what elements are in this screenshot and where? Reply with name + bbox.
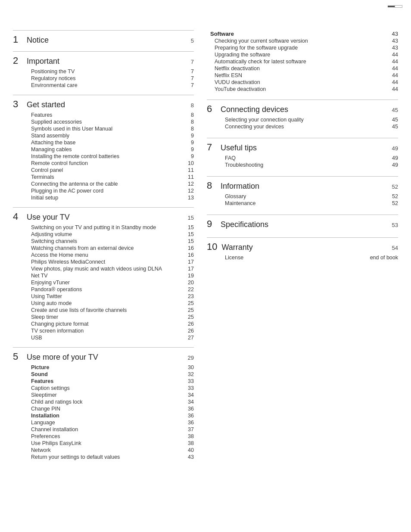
list-item: Automatically check for latest software4…	[215, 58, 398, 65]
sub-item-page: 7	[191, 75, 194, 81]
section-number: 9	[207, 218, 216, 230]
sub-item-page: 34	[188, 399, 194, 405]
right-software-section: Software43Checking your current software…	[207, 30, 398, 93]
list-item: Preparing for the software upgrade43	[215, 44, 398, 51]
sub-item-label: Child and ratings lock	[31, 399, 83, 405]
sub-item-page: 20	[188, 280, 194, 286]
sub-item-page: 25	[188, 300, 194, 306]
list-item: Installation36	[31, 412, 194, 419]
sub-item-page: 16	[188, 245, 194, 251]
sub-item-label: Access the Home menu	[31, 252, 88, 258]
sub-item-page: 23	[188, 293, 194, 299]
section-title: Get started	[27, 100, 65, 109]
sub-item-page: 13	[188, 195, 194, 201]
section-page-number: 52	[392, 184, 398, 190]
sub-item-page: 44	[392, 65, 398, 72]
section-page-number: 45	[392, 107, 398, 113]
sub-item-page: 26	[188, 328, 194, 334]
sub-item-page: 26	[188, 321, 194, 327]
section-divider	[207, 100, 398, 100]
section-header: 3Get started8	[13, 99, 194, 110]
sub-item-label: Sleep timer	[31, 314, 58, 320]
sub-item-page: 8	[191, 119, 194, 125]
section-title-row: 3Get started	[13, 99, 65, 110]
section-header: 5Use more of your TV29	[13, 351, 194, 362]
sub-item-label: Features	[31, 112, 52, 118]
sub-item-label: Return your settings to default values	[31, 454, 120, 460]
sub-item-page: 40	[188, 447, 194, 453]
sub-item-page: 43	[392, 38, 398, 44]
sub-items: Switching on your TV and putting it in S…	[13, 224, 194, 341]
left-section-2: 2Important7Positioning the TV7Regulatory…	[13, 51, 194, 89]
sub-item-label: Caption settings	[31, 385, 70, 391]
section-number: 8	[207, 180, 216, 191]
list-item: Upgrading the software44	[215, 51, 398, 58]
section-title-row: 5Use more of your TV	[13, 351, 98, 362]
sub-item-page: 45	[392, 124, 398, 130]
sub-item-label: Pandora® operations	[31, 286, 82, 292]
section-title: Notice	[27, 36, 49, 45]
section-title-row: 6Connecting devices	[207, 103, 288, 115]
section-title: Information	[221, 182, 259, 191]
sub-item-label: Channel installation	[31, 426, 78, 432]
sub-item-label: YouTube deactivation	[215, 86, 266, 92]
sub-item-label: Switching channels	[31, 238, 77, 244]
sub-item-label: Using Twitter	[31, 293, 62, 299]
section-number: 2	[13, 55, 22, 66]
sub-item-label: Watching channels from an external devic…	[31, 245, 134, 251]
section-title: Warranty	[221, 243, 252, 252]
section-header: 2Important7	[13, 55, 194, 66]
sub-item-label: Philips Wireless MediaConnect	[31, 259, 105, 265]
right-section-7: 7Useful tips49FAQ49Troubleshooting49	[207, 138, 398, 168]
right-section-6: 6Connecting devices45Selecting your conn…	[207, 100, 398, 130]
sub-item-label: Adjusting volume	[31, 231, 72, 237]
sub-item-label: Selecting your connection quality	[225, 117, 304, 123]
sub-item-label: USB	[31, 335, 42, 341]
sub-item-page: 7	[191, 68, 194, 75]
sub-item-page: 33	[188, 378, 194, 384]
sub-item-label: Change PIN	[31, 406, 60, 412]
sub-item-page: 52	[392, 200, 398, 206]
list-item: Environmental care7	[31, 82, 194, 89]
sub-item-page: 36	[188, 420, 194, 426]
list-item: Connecting the antenna or the cable12	[31, 180, 194, 187]
sub-items: FAQ49Troubleshooting49	[207, 155, 398, 168]
list-item: Regulatory notices7	[31, 75, 194, 82]
list-item: Selecting your connection quality45	[225, 116, 398, 123]
sub-item-page: 16	[188, 252, 194, 258]
list-item: Netflix ESN44	[215, 72, 398, 79]
sub-item-label: Network	[31, 447, 51, 453]
left-section-5: 5Use more of your TV29Picture30Sound32Fe…	[13, 347, 194, 460]
sub-item-page: 11	[188, 174, 194, 180]
sub-item-label: Netflix ESN	[215, 72, 242, 78]
section-title: Use more of your TV	[27, 353, 98, 362]
sub-item-page: 49	[392, 155, 398, 161]
list-item: View photos, play music and watch videos…	[31, 265, 194, 272]
sub-item-page: 25	[188, 307, 194, 313]
sub-item-page: 8	[191, 126, 194, 132]
section-page-number: 53	[392, 222, 398, 228]
list-item: Sound32	[31, 371, 194, 378]
list-item: Net TV19	[31, 272, 194, 279]
sub-item-label: Enjoying vTuner	[31, 280, 70, 286]
list-item: Control panel11	[31, 167, 194, 174]
sub-item-label: Connecting your devices	[225, 124, 284, 130]
section-number: 7	[207, 142, 216, 153]
sub-item-label: Create and use lists of favorite channel…	[31, 307, 127, 313]
section-number: 4	[13, 211, 22, 222]
section-title-row: 8Information	[207, 180, 259, 191]
sub-item-page: 52	[392, 193, 398, 199]
section-divider	[13, 207, 194, 208]
sub-item-label: Maintenance	[225, 200, 256, 206]
list-item: Maintenance52	[225, 200, 398, 207]
section-number: 5	[13, 351, 22, 362]
section-title-row: 4Use your TV	[13, 211, 70, 222]
list-item: Terminals11	[31, 174, 194, 180]
section-title-row: 7Useful tips	[207, 142, 257, 153]
sub-item-label: Stand assembly	[31, 133, 69, 139]
sub-item-page: 15	[188, 231, 194, 237]
list-item: Adjusting volume15	[31, 231, 194, 238]
section-divider	[13, 30, 194, 31]
left-column: 1Notice52Important7Positioning the TV7Re…	[13, 30, 194, 467]
sub-item-page: 44	[392, 52, 398, 58]
